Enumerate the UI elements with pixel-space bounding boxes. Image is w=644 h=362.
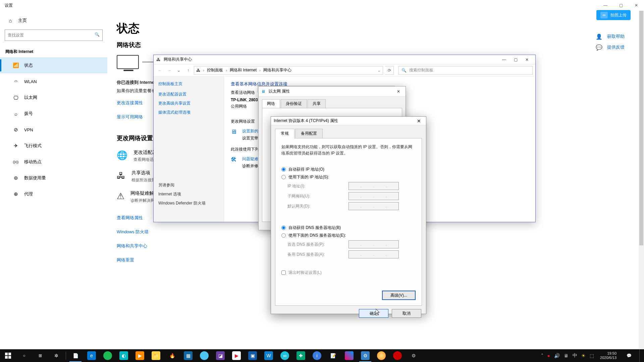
ip-tab-alt[interactable]: 备用配置: [295, 129, 323, 138]
up-button[interactable]: ↑: [184, 68, 192, 73]
refresh-button[interactable]: ⟳: [385, 66, 394, 75]
link-change-connection[interactable]: 更改连接属性: [117, 100, 143, 106]
settings-search[interactable]: 🔍: [5, 29, 103, 41]
eth-tab-auth[interactable]: 身份验证: [281, 99, 307, 108]
tray-ime-icon[interactable]: 中: [573, 353, 577, 359]
task-view-button[interactable]: ⊞: [32, 349, 48, 362]
link-show-available[interactable]: 显示可用网络: [117, 114, 143, 120]
taskbar-clock[interactable]: 19:50 2020/6/13: [598, 351, 619, 360]
forward-button[interactable]: →: [166, 68, 173, 73]
sidebar-item-proxy[interactable]: ⊕ 代理: [0, 186, 107, 202]
content-scrollbar[interactable]: [639, 11, 644, 349]
link-sharing-center[interactable]: 网络和共享中心: [117, 243, 147, 249]
pinned-app-10[interactable]: ◪: [212, 349, 228, 362]
pinned-app-13[interactable]: W: [261, 349, 277, 362]
pinned-app-settings[interactable]: ⚙: [357, 349, 373, 362]
gateway-input[interactable]: ...: [348, 202, 399, 210]
link-network-reset[interactable]: 网络重置: [117, 257, 134, 263]
pinned-app-16[interactable]: i: [309, 349, 325, 362]
tray-expand[interactable]: ˄: [541, 353, 543, 358]
cp-home-link[interactable]: 控制面板主页: [158, 81, 219, 87]
defender-firewall-link[interactable]: Windows Defender 防火墙: [158, 200, 219, 206]
ip-close[interactable]: ✕: [415, 118, 423, 124]
pinned-app-7[interactable]: 🔥: [164, 349, 180, 362]
pinned-app-edge[interactable]: e: [84, 349, 100, 362]
eth-close[interactable]: ✕: [394, 89, 403, 94]
pinned-app-9[interactable]: [196, 349, 212, 362]
ip-address-input[interactable]: ...: [348, 182, 399, 190]
sidebar-item-dialup[interactable]: ⌕ 拨号: [0, 106, 107, 122]
sidebar-item-wlan[interactable]: ⌔ WLAN: [0, 73, 107, 89]
change-adapter-link[interactable]: 更改适配器设置: [158, 92, 219, 97]
show-desktop[interactable]: [639, 349, 641, 362]
ncs-maximize[interactable]: ▢: [510, 57, 521, 62]
pinned-app-15[interactable]: ✚: [293, 349, 309, 362]
feedback-link[interactable]: 💬 提供反馈: [596, 44, 625, 50]
radio-auto-dns[interactable]: 自动获得 DNS 服务器地址(B): [281, 225, 416, 231]
address-bar[interactable]: 🖧› 控制面板› 网络和 Internet› 网络和共享中心 ⌄: [194, 66, 383, 75]
ok-button[interactable]: 确定: [359, 309, 388, 318]
start-button[interactable]: [0, 349, 16, 362]
pinned-app-5[interactable]: ▶: [132, 349, 148, 362]
pinned-app-4[interactable]: ◐: [116, 349, 132, 362]
preferred-dns-input[interactable]: ...: [348, 240, 399, 248]
eth-tab-share[interactable]: 共享: [308, 99, 326, 108]
sidebar-item-datausage[interactable]: ⊚ 数据使用量: [0, 170, 107, 186]
sidebar-home[interactable]: ⌂ 主页: [0, 11, 107, 29]
subnet-mask-input[interactable]: ...: [348, 192, 399, 200]
tray-volume-icon[interactable]: 🔊: [554, 353, 560, 358]
pinned-app-explorer[interactable]: 📄: [67, 349, 84, 362]
cancel-button[interactable]: 取消: [392, 309, 421, 318]
link-firewall[interactable]: Windows 防火墙: [117, 229, 149, 235]
pinned-app-20[interactable]: [373, 349, 389, 362]
pinned-app-1[interactable]: ✲: [48, 349, 64, 362]
alternate-dns-input[interactable]: ...: [348, 250, 399, 258]
sidebar-item-vpn[interactable]: ⊘ VPN: [0, 122, 107, 138]
media-streaming-link[interactable]: 媒体流式处理选项: [158, 110, 219, 115]
pinned-app-17[interactable]: 📝: [325, 349, 341, 362]
get-help-link[interactable]: 👤 获取帮助: [596, 34, 625, 40]
sidebar-item-ethernet[interactable]: 🖵 以太网: [0, 89, 107, 106]
back-button[interactable]: ←: [156, 68, 164, 73]
eth-tab-network[interactable]: 网络: [262, 99, 280, 108]
advanced-sharing-link[interactable]: 更改高级共享设置: [158, 101, 219, 106]
search-button[interactable]: ○: [16, 349, 32, 362]
radio-auto-ip[interactable]: 自动获得 IP 地址(O): [281, 167, 416, 172]
sidebar-item-airplane[interactable]: ✈ 飞行模式: [0, 138, 107, 154]
pinned-app-18[interactable]: [341, 349, 357, 362]
tray-record-icon[interactable]: ●: [547, 353, 550, 358]
screenshot-upload-button[interactable]: ∞ 拍照上传: [596, 10, 631, 20]
history-dropdown[interactable]: ⌄: [175, 68, 182, 73]
advanced-button[interactable]: 高级(V)...: [382, 291, 416, 300]
link-network-properties[interactable]: 查看网络属性: [117, 215, 143, 221]
close-button[interactable]: ✕: [629, 0, 644, 11]
minimize-button[interactable]: —: [598, 0, 613, 11]
pinned-app-gear[interactable]: ⚙: [406, 349, 422, 362]
tray-misc-icon[interactable]: ⬚: [590, 353, 594, 358]
pinned-app-14[interactable]: ∞: [277, 349, 293, 362]
pinned-app-6[interactable]: 📁: [148, 349, 164, 362]
pinned-app-3[interactable]: [100, 349, 116, 362]
radio-manual-dns[interactable]: 使用下面的 DNS 服务器地址(E):: [281, 233, 416, 238]
pinned-app-11[interactable]: ▶: [228, 349, 245, 362]
eth-titlebar[interactable]: 🖥 以太网 属性 ✕: [259, 86, 406, 97]
ncs-close[interactable]: ✕: [521, 57, 533, 62]
maximize-button[interactable]: ▢: [613, 0, 629, 11]
sidebar-item-status[interactable]: 📶 状态: [0, 57, 107, 73]
action-center-button[interactable]: 💬: [623, 353, 635, 358]
ip-titlebar[interactable]: Internet 协议版本 4 (TCP/IPv4) 属性 ✕: [271, 117, 426, 125]
pinned-app-12[interactable]: ▣: [245, 349, 261, 362]
ncs-minimize[interactable]: —: [498, 57, 510, 62]
ncs-titlebar[interactable]: 🖧 网络和共享中心 — ▢ ✕: [154, 55, 535, 64]
ip-tab-general[interactable]: 常规: [275, 129, 294, 138]
ncs-search[interactable]: 🔍 搜索控制面板: [398, 66, 533, 75]
internet-options-link[interactable]: Internet 选项: [158, 191, 219, 197]
pinned-app-8[interactable]: ▦: [180, 349, 196, 362]
sidebar-item-hotspot[interactable]: ((•)) 移动热点: [0, 154, 107, 170]
radio-manual-ip[interactable]: 使用下面的 IP 地址(S):: [281, 174, 416, 180]
tray-battery-icon[interactable]: ☀: [581, 353, 586, 358]
pinned-app-record[interactable]: [389, 349, 406, 362]
validate-on-exit[interactable]: 退出时验证设置(L): [281, 270, 416, 276]
chevron-down-icon[interactable]: ⌄: [377, 68, 381, 73]
settings-search-input[interactable]: [5, 30, 102, 41]
